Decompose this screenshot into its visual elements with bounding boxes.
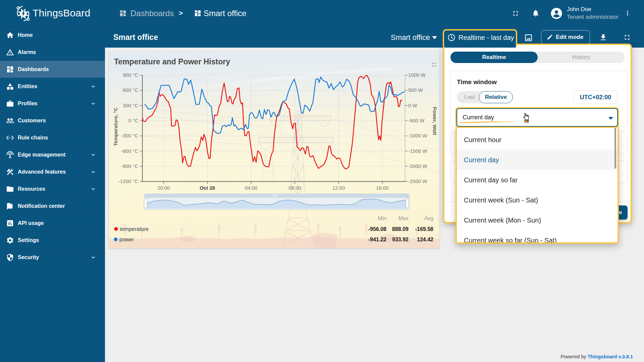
svg-text:-1000 W: -1000 W xyxy=(408,133,428,138)
svg-text:Max: Max xyxy=(398,216,409,221)
svg-text:300 °C: 300 °C xyxy=(123,103,138,108)
svg-text:Power, Watt: Power, Watt xyxy=(432,107,438,135)
svg-text:-2500 W: -2500 W xyxy=(408,178,428,184)
svg-text:-500 W: -500 W xyxy=(408,118,425,123)
svg-text:power: power xyxy=(119,237,134,242)
svg-text:12:00: 12:00 xyxy=(332,185,345,191)
svg-text:-300 °C: -300 °C xyxy=(121,133,138,138)
svg-text:888.09: 888.09 xyxy=(392,226,409,232)
svg-text:0 °C: 0 °C xyxy=(128,118,139,123)
svg-text:20:00: 20:00 xyxy=(157,185,170,191)
svg-text:Min: Min xyxy=(378,216,386,221)
svg-text:124.42: 124.42 xyxy=(417,237,433,242)
svg-text:-900 °C: -900 °C xyxy=(121,163,138,169)
svg-text:900 °C: 900 °C xyxy=(123,72,138,78)
svg-text:08:00: 08:00 xyxy=(288,185,301,191)
svg-text:Oct 28: Oct 28 xyxy=(200,185,215,191)
svg-text:16:00: 16:00 xyxy=(376,185,389,191)
svg-text:933.92: 933.92 xyxy=(392,237,409,242)
svg-text:-169.58: -169.58 xyxy=(415,226,433,232)
svg-text:Avg: Avg xyxy=(424,216,433,221)
svg-text:500 W: 500 W xyxy=(408,87,423,93)
svg-text:-956.08: -956.08 xyxy=(368,226,386,232)
svg-text:1000 W: 1000 W xyxy=(408,72,426,78)
svg-text:0 W: 0 W xyxy=(408,103,418,108)
svg-text:-1500 W: -1500 W xyxy=(408,148,428,154)
svg-text:Temperature, °C: Temperature, °C xyxy=(113,107,118,146)
svg-text:-600 °C: -600 °C xyxy=(121,148,138,154)
svg-text:temperature: temperature xyxy=(120,226,149,232)
svg-text:-1200 °C: -1200 °C xyxy=(118,178,139,184)
svg-text:-941.22: -941.22 xyxy=(368,237,386,242)
svg-text:04:00: 04:00 xyxy=(245,185,258,191)
svg-text:-2000 W: -2000 W xyxy=(408,163,428,169)
svg-text:600 °C: 600 °C xyxy=(123,87,138,93)
